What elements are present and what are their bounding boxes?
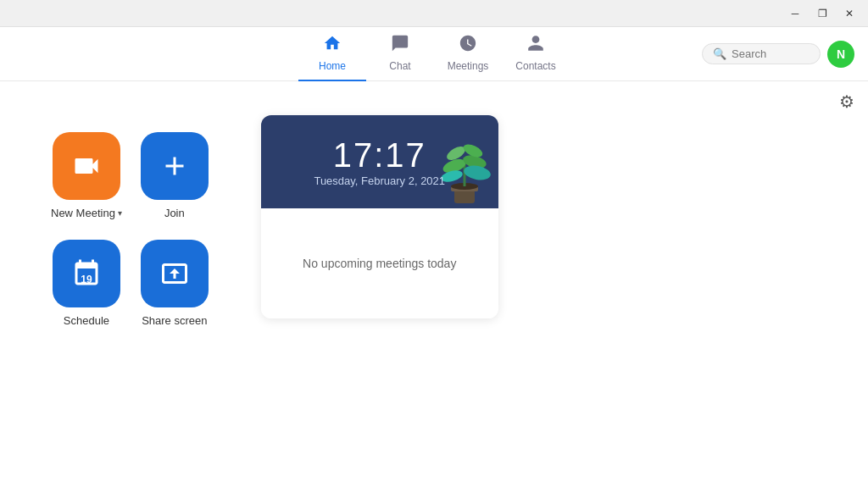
share-screen-item[interactable]: Share screen	[139, 240, 210, 327]
nav-right: 🔍 N	[702, 41, 854, 68]
clock-card: 17:17 Tuesday, February 2, 2021	[261, 115, 498, 318]
action-grid: New Meeting ▾ Join 19 Schedule	[51, 132, 210, 327]
minimize-button[interactable]: ─	[783, 5, 807, 22]
nav-bar: Home Chat Meetings	[0, 27, 868, 81]
search-box[interactable]: 🔍	[702, 43, 821, 64]
new-meeting-label: New Meeting ▾	[51, 207, 122, 219]
share-screen-button[interactable]	[141, 240, 209, 307]
nav-item-contacts[interactable]: Contacts	[502, 27, 570, 81]
new-meeting-chevron: ▾	[118, 208, 122, 218]
svg-point-9	[463, 163, 492, 181]
nav-home-label: Home	[319, 60, 346, 72]
svg-rect-1	[454, 190, 475, 203]
clock-header: 17:17 Tuesday, February 2, 2021	[261, 115, 498, 208]
settings-button[interactable]: ⚙	[839, 91, 854, 112]
plant-decoration	[431, 132, 498, 208]
clock-date: Tuesday, February 2, 2021	[314, 174, 445, 187]
meetings-icon	[459, 34, 477, 57]
search-input[interactable]	[732, 47, 810, 60]
nav-item-meetings[interactable]: Meetings	[434, 27, 502, 81]
svg-text:19: 19	[81, 274, 92, 285]
no-meetings-text: No upcoming meetings today	[303, 257, 456, 270]
home-icon	[323, 34, 342, 57]
nav-item-home[interactable]: Home	[298, 27, 366, 81]
clock-body: No upcoming meetings today	[261, 208, 498, 318]
schedule-label: Schedule	[64, 314, 109, 327]
share-screen-label: Share screen	[142, 314, 207, 327]
search-icon: 🔍	[713, 47, 726, 60]
schedule-button[interactable]: 19	[53, 240, 120, 307]
new-meeting-item[interactable]: New Meeting ▾	[51, 132, 122, 219]
join-item[interactable]: Join	[139, 132, 210, 219]
schedule-item[interactable]: 19 Schedule	[51, 240, 122, 327]
nav-items: Home Chat Meetings	[298, 27, 570, 81]
avatar[interactable]: N	[827, 41, 854, 68]
nav-item-chat[interactable]: Chat	[366, 27, 434, 81]
main-content: ⚙ New Meeting ▾ Join 19	[0, 81, 868, 487]
nav-chat-label: Chat	[389, 60, 410, 72]
chat-icon	[391, 34, 409, 57]
join-button[interactable]	[141, 132, 209, 200]
new-meeting-button[interactable]	[53, 132, 120, 200]
maximize-button[interactable]: ❐	[810, 5, 834, 22]
nav-contacts-label: Contacts	[515, 60, 555, 72]
title-bar: ─ ❐ ✕	[0, 0, 868, 27]
clock-time: 17:17	[333, 136, 426, 174]
contacts-icon	[526, 34, 545, 57]
join-label: Join	[164, 207, 185, 219]
nav-meetings-label: Meetings	[448, 60, 489, 72]
close-button[interactable]: ✕	[837, 5, 861, 22]
